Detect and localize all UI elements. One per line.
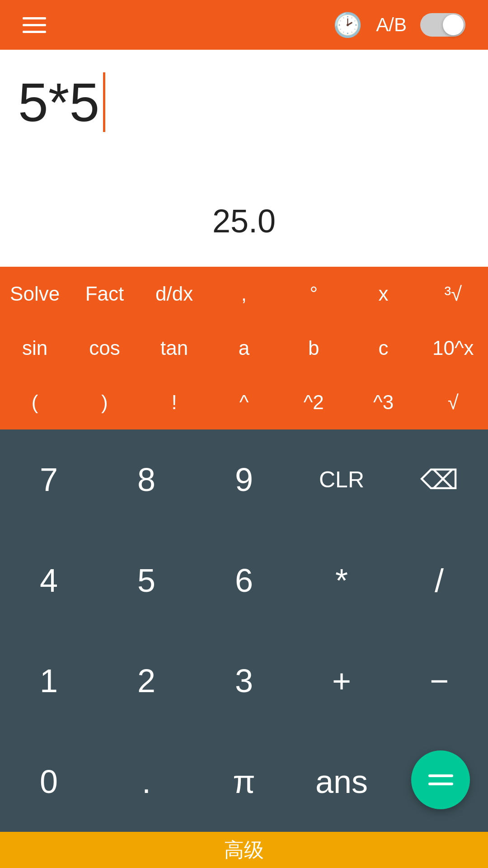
calculator-display: 5*5 25.0 <box>0 50 488 267</box>
app-header: 🕑 A/B <box>0 0 488 50</box>
num-row-0: 789CLR⌫ <box>0 429 488 530</box>
num-key-two[interactable]: 2 <box>98 631 195 731</box>
fab-icon <box>428 774 453 785</box>
num-key-eight[interactable]: 8 <box>98 429 195 530</box>
sci-row-1: sincostanabc10^x <box>0 321 488 375</box>
ab-toggle[interactable] <box>420 13 465 37</box>
sci-key-sin[interactable]: sin <box>0 321 70 375</box>
num-key-four[interactable]: 4 <box>0 530 98 631</box>
sci-key-open-paren[interactable]: ( <box>0 375 70 429</box>
num-key-one[interactable]: 1 <box>0 631 98 731</box>
menu-button[interactable] <box>23 17 46 33</box>
num-key-subtract[interactable]: − <box>390 631 488 731</box>
num-key-pi[interactable]: π <box>195 731 293 832</box>
result-area: 25.0 <box>18 203 470 253</box>
sci-key-power[interactable]: ^ <box>209 375 279 429</box>
num-key-six[interactable]: 6 <box>195 530 293 631</box>
footer-bar[interactable]: 高级 <box>0 832 488 868</box>
sci-key-factorial[interactable]: ! <box>140 375 209 429</box>
num-key-nine[interactable]: 9 <box>195 429 293 530</box>
sci-key-close-paren[interactable]: ) <box>70 375 139 429</box>
sci-key-tan[interactable]: tan <box>140 321 209 375</box>
sci-row-0: SolveFactd/dx,°x³√ <box>0 267 488 321</box>
num-key-three[interactable]: 3 <box>195 631 293 731</box>
sci-key-cube-root[interactable]: ³√ <box>418 267 488 321</box>
sci-key-var-a[interactable]: a <box>209 321 279 375</box>
fab-button[interactable] <box>411 750 470 809</box>
expression-text: 5*5 <box>18 72 105 132</box>
ab-label: A/B <box>376 14 407 36</box>
sci-key-degree[interactable]: ° <box>279 267 348 321</box>
num-key-seven[interactable]: 7 <box>0 429 98 530</box>
expression-area: 5*5 <box>18 63 470 203</box>
sci-row-2: ()!^^2^3√ <box>0 375 488 429</box>
sci-key-solve[interactable]: Solve <box>0 267 70 321</box>
sci-key-cube[interactable]: ^3 <box>348 375 418 429</box>
num-key-clear[interactable]: CLR <box>293 429 390 530</box>
num-key-backspace[interactable]: ⌫ <box>390 429 488 530</box>
header-right: 🕑 A/B <box>333 11 465 39</box>
history-icon[interactable]: 🕑 <box>333 11 362 39</box>
num-key-add[interactable]: + <box>293 631 390 731</box>
sci-key-comma[interactable]: , <box>209 267 279 321</box>
sci-key-cos[interactable]: cos <box>70 321 139 375</box>
num-key-zero[interactable]: 0 <box>0 731 98 832</box>
sci-key-var-c[interactable]: c <box>348 321 418 375</box>
num-key-decimal[interactable]: . <box>98 731 195 832</box>
num-key-five[interactable]: 5 <box>98 530 195 631</box>
sci-key-square[interactable]: ^2 <box>279 375 348 429</box>
sci-key-var-b[interactable]: b <box>279 321 348 375</box>
sci-key-sqrt[interactable]: √ <box>418 375 488 429</box>
num-key-divide[interactable]: / <box>390 530 488 631</box>
num-row-2: 123+− <box>0 631 488 731</box>
num-row-1: 456*/ <box>0 530 488 631</box>
sci-key-ddx[interactable]: d/dx <box>140 267 209 321</box>
result-text: 25.0 <box>212 203 276 240</box>
num-key-ans[interactable]: ans <box>293 731 390 832</box>
scientific-keyboard: SolveFactd/dx,°x³√sincostanabc10^x()!^^2… <box>0 267 488 429</box>
sci-key-ten-pow-x[interactable]: 10^x <box>418 321 488 375</box>
sci-key-var-x[interactable]: x <box>348 267 418 321</box>
footer-label: 高级 <box>224 837 264 863</box>
sci-key-fact[interactable]: Fact <box>70 267 139 321</box>
num-key-multiply[interactable]: * <box>293 530 390 631</box>
